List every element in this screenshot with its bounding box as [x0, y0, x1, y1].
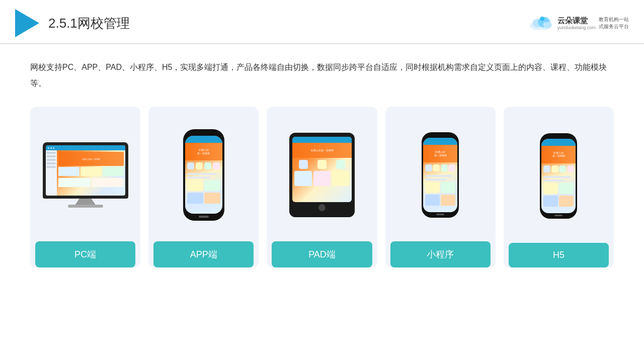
app-image-area: 职通人的第一堂网课 — [153, 117, 254, 233]
pc-monitor: 职通人的第一堂网课 — [43, 142, 128, 208]
brand-name: 云朵课堂 — [557, 16, 596, 25]
brand-logo: 云朵课堂 yunduoketang.com 教育机构一站 式服务云平台 — [528, 14, 629, 32]
mini-banner-text: 职通人的第一堂网课 — [434, 150, 447, 157]
monitor-screen: 职通人的第一堂网课 — [46, 145, 125, 196]
h5-home — [554, 215, 562, 216]
monitor-stand — [75, 199, 96, 205]
phone-icon-row — [185, 160, 222, 171]
h5-lines — [541, 174, 576, 183]
mini-home — [436, 214, 444, 215]
app-screen: 职通人的第一堂网课 — [185, 136, 222, 214]
app-phone: 职通人的第一堂网课 — [183, 129, 224, 221]
main-content: 网校支持PC、APP、PAD、小程序、H5，实现多端打通，产品各终端自由切换，数… — [0, 44, 644, 278]
h5-label: H5 — [509, 243, 609, 267]
tablet-home-button — [318, 204, 326, 211]
h5-card: 职通人的第一堂网课 — [504, 107, 614, 267]
miniprogram-screen: 职通人的第一堂网课 — [423, 138, 457, 212]
tablet-screen: 职通人的第一堂网课 — [292, 137, 352, 202]
tablet-content — [292, 171, 352, 186]
app-card: 职通人的第一堂网课 — [148, 107, 259, 267]
pc-image-area: 职通人的第一堂网课 — [35, 117, 135, 233]
brand-tagline: 教育机构一站 式服务云平台 — [599, 16, 629, 30]
phone-cards — [185, 180, 222, 191]
monitor-outer: 职通人的第一堂网课 — [43, 142, 128, 199]
cloud-icon — [528, 14, 554, 32]
pad-image-area: 职通人的第一堂网课 — [272, 117, 372, 233]
miniprogram-card: 职通人的第一堂网课 — [385, 107, 496, 267]
logo-triangle-icon — [15, 9, 39, 37]
h5-banner-text: 职通人的第一堂网课 — [552, 151, 565, 158]
svg-point-4 — [543, 22, 551, 29]
h5-icon-row — [541, 163, 576, 174]
tablet-banner: 职通人的第一堂网课 — [292, 143, 352, 158]
monitor-base — [68, 205, 103, 208]
phone-banner: 职通人的第一堂网课 — [185, 143, 222, 160]
mini-icon-row — [423, 162, 457, 173]
tablet-device: 职通人的第一堂网课 — [289, 133, 355, 217]
page-header: 2.5.1网校管理 云朵课堂 yunduoketang.com 教育机构一站 式… — [0, 0, 644, 44]
phone-home-button — [199, 216, 209, 218]
mini-banner: 职通人的第一堂网课 — [423, 145, 457, 162]
phone-notch — [198, 132, 210, 135]
pad-card: 职通人的第一堂网课 — [267, 107, 377, 267]
phone-banner-text: 职通人的第一堂网课 — [197, 148, 210, 155]
h5-screen: 职通人的第一堂网课 — [541, 139, 576, 213]
pc-card: 职通人的第一堂网课 — [30, 107, 140, 267]
h5-notch — [553, 136, 564, 138]
phone-top-bar — [185, 136, 222, 143]
tablet-banner-text: 职通人的第一堂网课 — [311, 149, 334, 152]
screen-banner-text: 职通人的第一堂网课 — [82, 158, 100, 160]
phone-lines — [185, 171, 222, 180]
description-text: 网校支持PC、APP、PAD、小程序、H5，实现多端打通，产品各终端自由切换，数… — [30, 59, 614, 92]
brand-url: yunduoketang.com — [557, 25, 596, 31]
mini-notch — [435, 135, 445, 137]
pad-label: PAD端 — [272, 241, 372, 267]
h5-phone: 职通人的第一堂网课 — [540, 133, 577, 219]
mini-top-bar — [423, 138, 457, 145]
h5-cards — [541, 183, 576, 194]
header-left: 2.5.1网校管理 — [15, 9, 130, 37]
header-right: 云朵课堂 yunduoketang.com 教育机构一站 式服务云平台 — [528, 14, 629, 32]
mini-cards — [423, 182, 457, 193]
device-cards-row: 职通人的第一堂网课 — [30, 107, 614, 267]
svg-point-5 — [540, 17, 544, 21]
h5-image-area: 职通人的第一堂网课 — [509, 117, 609, 235]
miniprogram-label: 小程序 — [390, 241, 491, 267]
h5-top-bar — [541, 139, 576, 146]
brand-text: 云朵课堂 yunduoketang.com — [557, 16, 596, 31]
tablet-icons — [292, 158, 352, 171]
pc-label: PC端 — [35, 241, 135, 267]
tablet-top-bar — [292, 137, 352, 143]
h5-banner: 职通人的第一堂网课 — [541, 146, 576, 163]
miniprogram-image-area: 职通人的第一堂网课 — [390, 117, 491, 233]
page-title: 2.5.1网校管理 — [48, 15, 130, 32]
svg-point-6 — [545, 19, 548, 22]
mini-lines — [423, 173, 457, 182]
miniprogram-phone: 职通人的第一堂网课 — [422, 132, 459, 218]
app-label: APP端 — [153, 241, 254, 267]
